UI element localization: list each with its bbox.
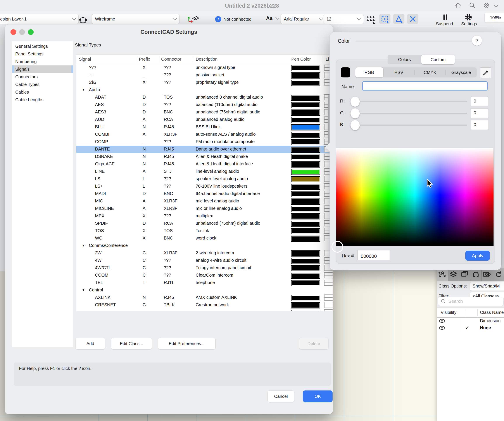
table-row[interactable]: DANTENRJ45Dante audio over ethernet: [76, 146, 333, 153]
font-family-dropdown[interactable]: Arial Regular: [281, 14, 326, 24]
pen-color-swatch[interactable]: [291, 169, 320, 175]
col-prefix[interactable]: Prefix: [139, 57, 150, 62]
mode-rgb[interactable]: RGB: [355, 67, 383, 77]
table-row[interactable]: CRESNETCTBLKCrestron network: [76, 301, 333, 309]
table-row[interactable]: COMBIAXLR3Fauto-sense AES / analog audio: [76, 131, 333, 138]
slider-value-field[interactable]: 0: [471, 108, 488, 118]
pen-color-swatch[interactable]: [291, 199, 320, 205]
pen-color-swatch[interactable]: [291, 236, 320, 242]
pen-color-swatch[interactable]: [291, 295, 320, 301]
edit-class-button[interactable]: Edit Class...: [111, 338, 152, 350]
color-picker-ring[interactable]: [331, 241, 343, 253]
table-row[interactable]: AES3DBNCunbalanced (75ohm) digital audio: [76, 109, 333, 116]
col-pen-color[interactable]: Pen Color: [291, 57, 311, 62]
col-signal[interactable]: Signal: [79, 57, 91, 62]
signal-group-row[interactable]: ▼Control: [76, 287, 333, 294]
class-name-column[interactable]: Class Name: [480, 310, 504, 315]
pen-color-swatch[interactable]: [291, 251, 320, 257]
pen-color-swatch[interactable]: [291, 302, 320, 309]
table-row[interactable]: 2WCXLR3F2-wire ring intercom: [76, 250, 333, 257]
sidebar-item-signals[interactable]: Signals: [12, 65, 73, 73]
table-row[interactable]: TOSXTOSToslink: [76, 227, 333, 235]
signal-group-row[interactable]: ▼Comms/Conference: [76, 242, 333, 250]
line-style-cell[interactable]: [324, 272, 333, 278]
table-row[interactable]: LINEASTJline-level analog audio: [76, 168, 333, 175]
col-line[interactable]: Li: [326, 57, 329, 62]
line-style-cell[interactable]: [324, 294, 333, 301]
eyedropper-button[interactable]: [480, 67, 491, 78]
pen-color-swatch[interactable]: [291, 124, 320, 130]
disclosure-triangle-icon[interactable]: ▼: [82, 88, 85, 91]
visibility-eye-icon[interactable]: [439, 325, 445, 330]
marquee-mode-button[interactable]: [379, 14, 390, 24]
ok-button[interactable]: OK: [303, 391, 333, 402]
snap-grid-icon[interactable]: [366, 15, 376, 24]
settings-gear-icon[interactable]: [464, 13, 473, 21]
slider-track[interactable]: [356, 125, 467, 126]
pen-color-swatch[interactable]: [291, 72, 320, 79]
sidebar-item-cable-lengths[interactable]: Cable Lengths: [12, 96, 73, 104]
suspend-pause-icon[interactable]: [442, 13, 449, 21]
table-row[interactable]: SPDIFDRCAunbalanced (75ohm) digital audi…: [76, 220, 333, 227]
table-row[interactable]: DSNAKENRJ45Allen & Heath digital snake: [76, 153, 333, 161]
pen-color-swatch[interactable]: [291, 139, 320, 145]
class-row-none[interactable]: ✓None: [437, 325, 504, 332]
spectrum-gradient[interactable]: [336, 148, 493, 246]
search-icon[interactable]: [469, 2, 476, 9]
pen-color-swatch[interactable]: [291, 146, 320, 153]
text-style-button[interactable]: Aa: [266, 15, 279, 21]
axis-orientation-icon[interactable]: [187, 15, 200, 24]
hex-input[interactable]: [357, 250, 390, 260]
angle-snap-button[interactable]: [393, 14, 404, 24]
table-row[interactable]: AESD???balanced (110ohm) digital audio: [76, 101, 333, 109]
suspend-label[interactable]: Suspend: [436, 21, 453, 26]
pen-color-swatch[interactable]: [291, 280, 320, 286]
slider-track[interactable]: [356, 101, 467, 102]
add-button[interactable]: Add: [75, 338, 105, 350]
table-row[interactable]: LSL???speaker-level analog audio: [76, 175, 333, 183]
sidebar-item-cables[interactable]: Cables: [12, 88, 73, 96]
line-style-cell[interactable]: [324, 302, 333, 308]
slider-track[interactable]: [356, 113, 467, 114]
table-row[interactable]: MICAXLR3Fmic-level analog audio: [76, 198, 333, 205]
zoom-level-field[interactable]: 108%: [484, 13, 504, 23]
pen-color-swatch[interactable]: [291, 132, 320, 138]
table-row[interactable]: WCXBNCword clock: [76, 235, 333, 242]
color-spectrum[interactable]: [336, 148, 494, 246]
pen-color-swatch[interactable]: [291, 65, 320, 71]
mode-cmyk[interactable]: CMYK: [414, 67, 446, 77]
disclosure-triangle-icon[interactable]: ▼: [82, 244, 85, 247]
slider-value-field[interactable]: 0: [471, 120, 488, 130]
connection-status[interactable]: i Not connected: [215, 16, 252, 22]
home-icon[interactable]: [454, 2, 462, 9]
pen-color-swatch[interactable]: [291, 102, 320, 108]
visibility-eye-icon[interactable]: [439, 318, 445, 323]
pen-color-swatch[interactable]: [291, 80, 320, 86]
table-row[interactable]: CCOMC???ClearCom intercom: [76, 272, 333, 279]
help-button[interactable]: ?: [472, 35, 482, 46]
pen-color-swatch[interactable]: [291, 117, 320, 123]
pen-color-swatch[interactable]: [291, 176, 320, 182]
pen-color-swatch[interactable]: [291, 191, 320, 197]
table-row[interactable]: [76, 309, 333, 311]
table-row[interactable]: ???X???unknown signal type: [76, 64, 333, 71]
table-row[interactable]: Giga-ACENRJ45Allen & Heath digital inter…: [76, 161, 333, 168]
pen-color-swatch[interactable]: [291, 228, 320, 234]
slider-knob[interactable]: [350, 108, 360, 118]
sidebar-item-numbering[interactable]: Numbering: [12, 58, 73, 65]
col-connector[interactable]: Connector: [161, 57, 181, 62]
delete-button[interactable]: Delete: [299, 338, 329, 350]
pen-color-swatch[interactable]: [291, 154, 320, 160]
table-row[interactable]: COMP_???FM radio modulator composite: [76, 138, 333, 146]
table-row[interactable]: LS+L???70-100V line loudspeakers: [76, 183, 333, 190]
pen-color-swatch[interactable]: [291, 221, 320, 227]
line-style-cell[interactable]: [324, 280, 333, 286]
table-row[interactable]: MADIDBNC64-channel audio digital interfa…: [76, 190, 333, 198]
apply-button[interactable]: Apply: [465, 251, 490, 261]
slider-knob[interactable]: [350, 120, 360, 130]
line-style-cell[interactable]: [324, 309, 333, 311]
pen-color-swatch[interactable]: [291, 310, 320, 311]
slider-knob[interactable]: [350, 97, 360, 107]
pen-color-swatch[interactable]: [291, 184, 320, 190]
sidebar-item-cable-types[interactable]: Cable Types: [12, 81, 73, 88]
